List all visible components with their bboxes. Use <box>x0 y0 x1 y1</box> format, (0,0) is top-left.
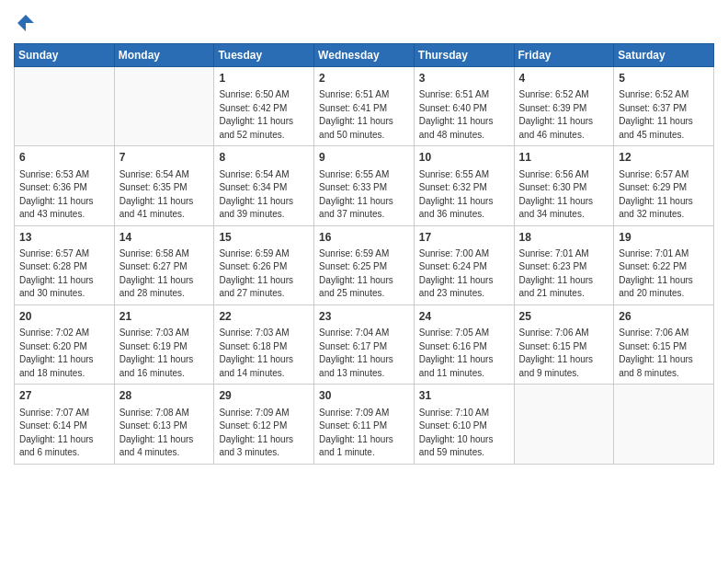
day-number: 14 <box>119 230 210 246</box>
calendar-cell: 15Sunrise: 6:59 AMSunset: 6:26 PMDayligh… <box>214 225 314 304</box>
day-number: 9 <box>319 150 409 166</box>
cell-details: Sunrise: 6:54 AMSunset: 6:34 PMDaylight:… <box>219 168 309 222</box>
calendar-cell: 25Sunrise: 7:06 AMSunset: 6:15 PMDayligh… <box>514 304 614 384</box>
page-header <box>14 9 714 38</box>
col-header-thursday: Thursday <box>414 43 514 66</box>
cell-details: Sunrise: 6:50 AMSunset: 6:42 PMDaylight:… <box>219 88 309 142</box>
calendar-cell <box>15 66 115 145</box>
cell-details: Sunrise: 6:52 AMSunset: 6:37 PMDaylight:… <box>619 88 709 142</box>
logo <box>14 13 36 38</box>
day-number: 19 <box>619 230 709 246</box>
day-number: 20 <box>19 309 109 325</box>
calendar-cell: 17Sunrise: 7:00 AMSunset: 6:24 PMDayligh… <box>414 225 514 304</box>
col-header-saturday: Saturday <box>614 43 714 66</box>
cell-details: Sunrise: 6:58 AMSunset: 6:27 PMDaylight:… <box>119 247 210 301</box>
calendar-cell <box>114 66 214 145</box>
calendar-cell: 18Sunrise: 7:01 AMSunset: 6:23 PMDayligh… <box>514 225 614 304</box>
col-header-friday: Friday <box>514 43 614 66</box>
day-number: 3 <box>419 71 509 86</box>
calendar-cell: 10Sunrise: 6:55 AMSunset: 6:32 PMDayligh… <box>414 146 514 225</box>
cell-details: Sunrise: 6:53 AMSunset: 6:36 PMDaylight:… <box>19 168 109 222</box>
cell-details: Sunrise: 7:09 AMSunset: 6:12 PMDaylight:… <box>219 407 309 460</box>
col-header-wednesday: Wednesday <box>314 43 415 66</box>
calendar-cell: 14Sunrise: 6:58 AMSunset: 6:27 PMDayligh… <box>114 225 214 304</box>
calendar-cell: 26Sunrise: 7:06 AMSunset: 6:15 PMDayligh… <box>614 304 714 384</box>
calendar-cell: 5Sunrise: 6:52 AMSunset: 6:37 PMDaylight… <box>614 66 714 145</box>
cell-details: Sunrise: 7:03 AMSunset: 6:18 PMDaylight:… <box>219 327 309 380</box>
calendar-cell: 24Sunrise: 7:05 AMSunset: 6:16 PMDayligh… <box>414 304 514 384</box>
calendar-cell: 11Sunrise: 6:56 AMSunset: 6:30 PMDayligh… <box>514 146 614 225</box>
day-number: 28 <box>119 388 210 404</box>
cell-details: Sunrise: 7:06 AMSunset: 6:15 PMDaylight:… <box>519 327 609 380</box>
calendar-cell: 9Sunrise: 6:55 AMSunset: 6:33 PMDaylight… <box>314 146 415 225</box>
day-number: 24 <box>419 309 509 325</box>
day-number: 2 <box>319 71 409 86</box>
week-row-1: 1Sunrise: 6:50 AMSunset: 6:42 PMDaylight… <box>15 66 714 145</box>
cell-details: Sunrise: 7:08 AMSunset: 6:13 PMDaylight:… <box>119 407 210 460</box>
cell-details: Sunrise: 7:00 AMSunset: 6:24 PMDaylight:… <box>419 247 509 301</box>
calendar-cell: 16Sunrise: 6:59 AMSunset: 6:25 PMDayligh… <box>314 225 415 304</box>
calendar-cell: 19Sunrise: 7:01 AMSunset: 6:22 PMDayligh… <box>614 225 714 304</box>
calendar-table: SundayMondayTuesdayWednesdayThursdayFrid… <box>14 43 714 465</box>
cell-details: Sunrise: 7:07 AMSunset: 6:14 PMDaylight:… <box>19 407 109 460</box>
cell-details: Sunrise: 6:51 AMSunset: 6:40 PMDaylight:… <box>419 88 509 142</box>
calendar-cell: 29Sunrise: 7:09 AMSunset: 6:12 PMDayligh… <box>214 385 314 464</box>
cell-details: Sunrise: 7:01 AMSunset: 6:23 PMDaylight:… <box>519 247 609 301</box>
calendar-cell: 12Sunrise: 6:57 AMSunset: 6:29 PMDayligh… <box>614 146 714 225</box>
calendar-cell: 31Sunrise: 7:10 AMSunset: 6:10 PMDayligh… <box>414 385 514 464</box>
cell-details: Sunrise: 6:56 AMSunset: 6:30 PMDaylight:… <box>519 168 609 222</box>
day-number: 27 <box>19 388 109 404</box>
calendar-cell: 28Sunrise: 7:08 AMSunset: 6:13 PMDayligh… <box>114 385 214 464</box>
week-row-3: 13Sunrise: 6:57 AMSunset: 6:28 PMDayligh… <box>15 225 714 304</box>
day-number: 5 <box>619 71 709 86</box>
day-number: 17 <box>419 230 509 246</box>
day-number: 21 <box>119 309 210 325</box>
cell-details: Sunrise: 6:59 AMSunset: 6:25 PMDaylight:… <box>319 247 409 301</box>
day-number: 31 <box>419 388 509 404</box>
day-number: 13 <box>19 230 109 246</box>
day-number: 30 <box>319 388 409 404</box>
cell-details: Sunrise: 7:04 AMSunset: 6:17 PMDaylight:… <box>319 327 409 380</box>
day-number: 26 <box>619 309 709 325</box>
cell-details: Sunrise: 7:03 AMSunset: 6:19 PMDaylight:… <box>119 327 210 380</box>
calendar-cell: 21Sunrise: 7:03 AMSunset: 6:19 PMDayligh… <box>114 304 214 384</box>
svg-marker-0 <box>17 15 34 31</box>
cell-details: Sunrise: 6:51 AMSunset: 6:41 PMDaylight:… <box>319 88 409 142</box>
cell-details: Sunrise: 7:06 AMSunset: 6:15 PMDaylight:… <box>619 327 709 380</box>
day-number: 1 <box>219 71 309 86</box>
calendar-cell: 3Sunrise: 6:51 AMSunset: 6:40 PMDaylight… <box>414 66 514 145</box>
col-header-tuesday: Tuesday <box>214 43 314 66</box>
logo-icon <box>16 13 36 33</box>
day-number: 16 <box>319 230 409 246</box>
calendar-cell: 2Sunrise: 6:51 AMSunset: 6:41 PMDaylight… <box>314 66 415 145</box>
cell-details: Sunrise: 7:01 AMSunset: 6:22 PMDaylight:… <box>619 247 709 301</box>
cell-details: Sunrise: 6:55 AMSunset: 6:32 PMDaylight:… <box>419 168 509 222</box>
day-number: 25 <box>519 309 609 325</box>
cell-details: Sunrise: 7:10 AMSunset: 6:10 PMDaylight:… <box>419 407 509 460</box>
calendar-cell: 22Sunrise: 7:03 AMSunset: 6:18 PMDayligh… <box>214 304 314 384</box>
day-number: 10 <box>419 150 509 166</box>
day-number: 7 <box>119 150 210 166</box>
day-number: 6 <box>19 150 109 166</box>
cell-details: Sunrise: 6:55 AMSunset: 6:33 PMDaylight:… <box>319 168 409 222</box>
cell-details: Sunrise: 6:57 AMSunset: 6:29 PMDaylight:… <box>619 168 709 222</box>
calendar-cell: 8Sunrise: 6:54 AMSunset: 6:34 PMDaylight… <box>214 146 314 225</box>
calendar-cell: 7Sunrise: 6:54 AMSunset: 6:35 PMDaylight… <box>114 146 214 225</box>
calendar-cell <box>514 385 614 464</box>
calendar-cell: 27Sunrise: 7:07 AMSunset: 6:14 PMDayligh… <box>15 385 115 464</box>
calendar-cell: 30Sunrise: 7:09 AMSunset: 6:11 PMDayligh… <box>314 385 415 464</box>
day-number: 23 <box>319 309 409 325</box>
cell-details: Sunrise: 6:54 AMSunset: 6:35 PMDaylight:… <box>119 168 210 222</box>
col-header-sunday: Sunday <box>15 43 115 66</box>
calendar-cell: 6Sunrise: 6:53 AMSunset: 6:36 PMDaylight… <box>15 146 115 225</box>
cell-details: Sunrise: 6:52 AMSunset: 6:39 PMDaylight:… <box>519 88 609 142</box>
calendar-cell: 13Sunrise: 6:57 AMSunset: 6:28 PMDayligh… <box>15 225 115 304</box>
day-number: 29 <box>219 388 309 404</box>
day-number: 18 <box>519 230 609 246</box>
calendar-cell: 20Sunrise: 7:02 AMSunset: 6:20 PMDayligh… <box>15 304 115 384</box>
week-row-5: 27Sunrise: 7:07 AMSunset: 6:14 PMDayligh… <box>15 385 714 464</box>
calendar-cell: 1Sunrise: 6:50 AMSunset: 6:42 PMDaylight… <box>214 66 314 145</box>
cell-details: Sunrise: 7:02 AMSunset: 6:20 PMDaylight:… <box>19 327 109 380</box>
day-number: 4 <box>519 71 609 86</box>
day-number: 11 <box>519 150 609 166</box>
